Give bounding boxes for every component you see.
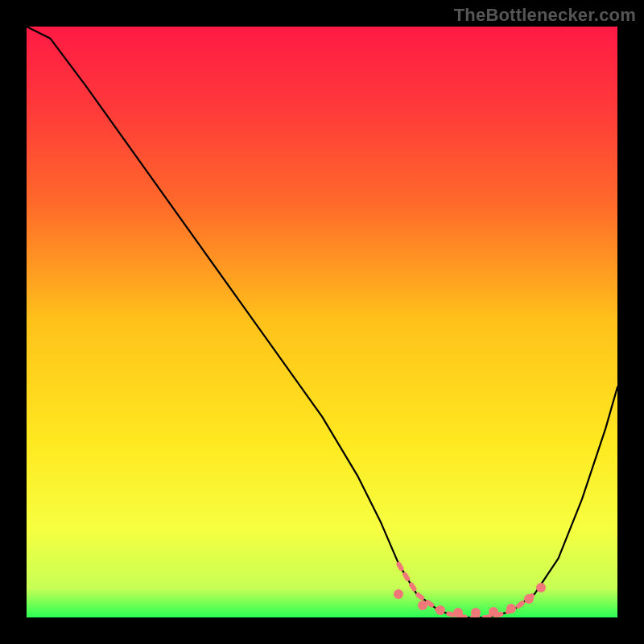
curve-marker [536,583,546,592]
curve-marker [394,589,403,599]
plot-inner [27,27,617,617]
curve-marker [453,608,463,617]
chart-frame: TheBottlenecker.com [0,0,644,644]
curve-marker [524,594,534,604]
curve-marker [471,608,481,617]
curve-marker [418,601,427,610]
plot-area [27,27,617,617]
watermark-text: TheBottlenecker.com [454,5,636,26]
marker-layer [27,27,617,617]
curve-marker [436,605,445,615]
curve-marker [489,607,498,617]
curve-marker [506,604,516,613]
